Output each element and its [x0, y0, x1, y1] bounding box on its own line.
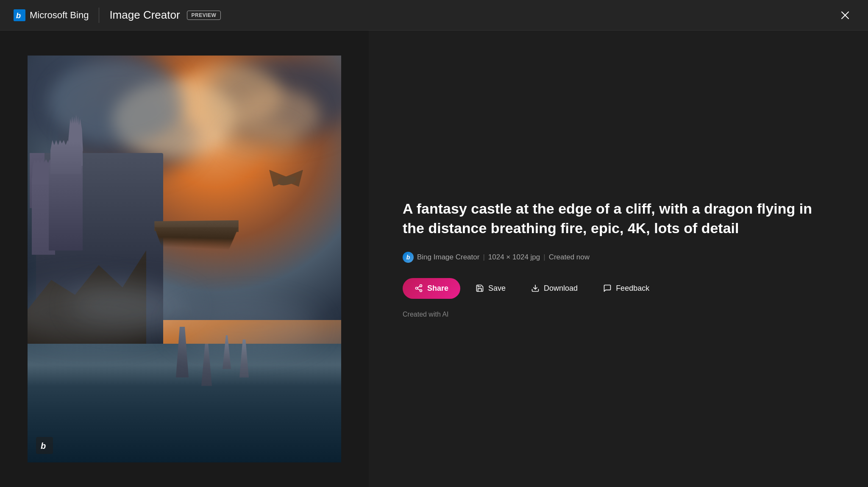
download-icon: [531, 284, 540, 292]
bing-logo: b Microsoft Bing: [14, 9, 89, 21]
castle-bridge: [154, 220, 238, 231]
info-panel: A fantasy castle at the edge of a cliff,…: [369, 31, 868, 487]
save-label: Save: [488, 284, 506, 293]
header-left: b Microsoft Bing Image Creator PREVIEW: [14, 8, 221, 23]
created-with-ai-label: Created with AI: [403, 311, 834, 318]
share-label: Share: [427, 284, 448, 293]
svg-text:b: b: [16, 11, 21, 20]
download-label: Download: [544, 284, 578, 293]
download-button[interactable]: Download: [521, 278, 588, 299]
image-panel: b: [0, 31, 369, 487]
svg-line-9: [417, 287, 420, 288]
svg-text:b: b: [41, 441, 46, 451]
bing-logo-icon: b: [14, 9, 25, 21]
generated-image: b: [28, 56, 341, 462]
meta-sep-1: |: [483, 253, 484, 262]
app-title: Image Creator: [109, 8, 180, 22]
main-content: b A fantasy castle at the edge of a clif…: [0, 31, 868, 487]
image-meta: b Bing Image Creator | 1024 × 1024 jpg |…: [403, 252, 834, 263]
meta-timestamp: Created now: [549, 253, 590, 262]
dragon: [269, 170, 303, 191]
share-icon: [415, 284, 423, 292]
watermark-bing-icon: b: [39, 440, 50, 451]
image-watermark: b: [36, 437, 53, 454]
header-divider: [99, 8, 99, 23]
actions-row: Share Save Download: [403, 278, 834, 299]
feedback-label: Feedback: [616, 284, 649, 293]
meta-sep-2: |: [543, 253, 545, 262]
mist-3: [172, 301, 320, 352]
close-button[interactable]: [836, 6, 854, 25]
feedback-button[interactable]: Feedback: [593, 278, 659, 299]
save-button[interactable]: Save: [465, 278, 516, 299]
save-icon: [476, 284, 484, 292]
svg-line-8: [417, 289, 420, 290]
share-button[interactable]: Share: [403, 278, 460, 299]
brand-name: Microsoft Bing: [30, 10, 89, 21]
feedback-icon: [603, 284, 612, 292]
tower-main: [49, 166, 83, 250]
bing-b-icon: b: [403, 252, 414, 263]
cloud-4: [223, 119, 299, 161]
meta-source: Bing Image Creator: [417, 253, 479, 262]
close-icon: [840, 10, 850, 20]
image-title: A fantasy castle at the edge of a cliff,…: [403, 199, 834, 238]
preview-badge: PREVIEW: [187, 11, 221, 20]
app-header: b Microsoft Bing Image Creator PREVIEW: [0, 0, 868, 31]
meta-dimensions: 1024 × 1024 jpg: [488, 253, 540, 262]
